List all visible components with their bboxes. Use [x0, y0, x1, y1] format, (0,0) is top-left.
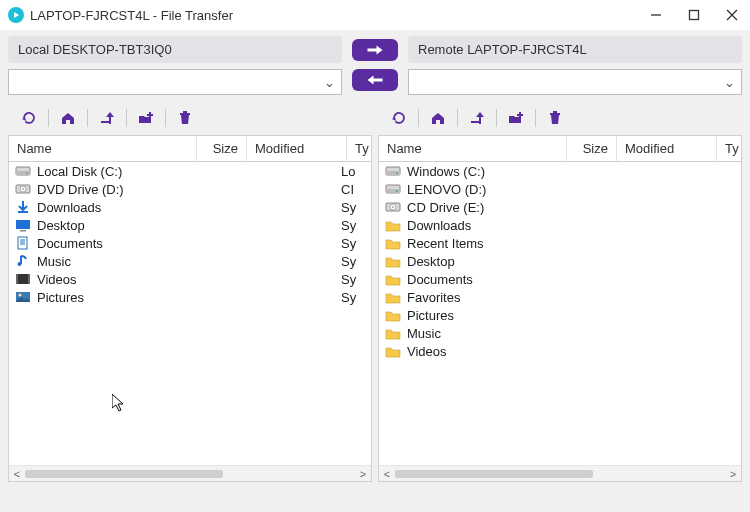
list-item[interactable]: MusicSy: [9, 252, 371, 270]
list-item[interactable]: Recent Items: [379, 234, 741, 252]
maximize-button[interactable]: [684, 5, 704, 25]
col-type[interactable]: Ty: [347, 136, 371, 161]
transfer-buttons: [348, 39, 402, 61]
chevron-down-icon: ⌄: [324, 75, 335, 90]
home-button[interactable]: [55, 105, 81, 131]
svg-rect-10: [183, 111, 187, 113]
dvd-icon: [385, 199, 401, 215]
col-size[interactable]: Size: [567, 136, 617, 161]
path-row: ⌄ ⌄: [0, 69, 750, 101]
list-item[interactable]: DVD Drive (D:)CI: [9, 180, 371, 198]
home-icon: [430, 110, 446, 126]
folder-docs-icon: [15, 235, 31, 251]
list-item[interactable]: Local Disk (C:)Lo: [9, 162, 371, 180]
list-item[interactable]: Windows (C:): [379, 162, 741, 180]
list-item[interactable]: CD Drive (E:): [379, 198, 741, 216]
item-label: Pictures: [407, 308, 705, 323]
separator: [457, 109, 458, 127]
list-item[interactable]: DownloadsSy: [9, 198, 371, 216]
app-icon: [8, 7, 24, 23]
list-item[interactable]: Documents: [379, 270, 741, 288]
list-item[interactable]: Downloads: [379, 216, 741, 234]
refresh-button[interactable]: [386, 105, 412, 131]
svg-rect-20: [18, 237, 27, 249]
scroll-right-icon[interactable]: >: [725, 468, 741, 480]
col-size[interactable]: Size: [197, 136, 247, 161]
item-label: Music: [407, 326, 705, 341]
col-modified[interactable]: Modified: [617, 136, 717, 161]
svg-rect-9: [180, 113, 190, 115]
refresh-button[interactable]: [16, 105, 42, 131]
scroll-left-icon[interactable]: <: [379, 468, 395, 480]
list-item[interactable]: VideosSy: [9, 270, 371, 288]
delete-button[interactable]: [172, 105, 198, 131]
col-type[interactable]: Ty: [717, 136, 741, 161]
disk-icon: [385, 163, 401, 179]
picture-icon: [15, 289, 31, 305]
home-icon: [60, 110, 76, 126]
up-button[interactable]: [94, 105, 120, 131]
delete-icon: [177, 110, 193, 126]
location-row: Local DESKTOP-TBT3IQ0 Remote LAPTOP-FJRC…: [0, 30, 750, 69]
newfolder-icon: [138, 110, 154, 126]
svg-rect-26: [16, 274, 18, 284]
svg-point-29: [19, 294, 22, 297]
svg-point-24: [18, 262, 22, 266]
horizontal-scrollbar[interactable]: < >: [9, 465, 371, 481]
folder-icon: [385, 325, 401, 341]
chevron-down-icon: ⌄: [724, 75, 735, 90]
folder-icon: [385, 217, 401, 233]
newfolder-button[interactable]: [133, 105, 159, 131]
home-button[interactable]: [425, 105, 451, 131]
scroll-left-icon[interactable]: <: [9, 468, 25, 480]
music-icon: [15, 253, 31, 269]
transfer-right-button[interactable]: [352, 39, 398, 61]
svg-point-41: [396, 190, 398, 192]
list-item[interactable]: PicturesSy: [9, 288, 371, 306]
col-name[interactable]: Name: [9, 136, 197, 161]
horizontal-scrollbar[interactable]: < >: [379, 465, 741, 481]
list-item[interactable]: DocumentsSy: [9, 234, 371, 252]
item-type: Sy: [341, 290, 365, 305]
up-icon: [469, 110, 485, 126]
window-title: LAPTOP-FJRCST4L - File Transfer: [30, 8, 646, 23]
list-item[interactable]: Favorites: [379, 288, 741, 306]
disk-icon: [385, 181, 401, 197]
desktop-icon: [15, 217, 31, 233]
newfolder-button[interactable]: [503, 105, 529, 131]
local-toolbar: [8, 101, 372, 135]
item-label: LENOVO (D:): [407, 182, 705, 197]
item-type: Sy: [341, 272, 365, 287]
local-pane: Name Size Modified Ty Local Disk (C:)LoD…: [8, 101, 372, 482]
list-item[interactable]: Music: [379, 324, 741, 342]
close-button[interactable]: [722, 5, 742, 25]
svg-marker-6: [106, 112, 114, 117]
item-label: Downloads: [407, 218, 705, 233]
svg-rect-34: [550, 113, 560, 115]
local-location-bar: Local DESKTOP-TBT3IQ0: [8, 36, 342, 63]
list-item[interactable]: Pictures: [379, 306, 741, 324]
local-list: Local Disk (C:)LoDVD Drive (D:)CIDownloa…: [8, 162, 372, 482]
local-path-select[interactable]: ⌄: [8, 69, 342, 95]
up-button[interactable]: [464, 105, 490, 131]
item-label: Documents: [37, 236, 335, 251]
list-item[interactable]: LENOVO (D:): [379, 180, 741, 198]
separator: [48, 109, 49, 127]
scroll-right-icon[interactable]: >: [355, 468, 371, 480]
svg-rect-18: [16, 220, 30, 229]
folder-icon: [385, 253, 401, 269]
transfer-left-button[interactable]: [352, 69, 398, 91]
col-modified[interactable]: Modified: [247, 136, 347, 161]
list-item[interactable]: Desktop: [379, 252, 741, 270]
list-item[interactable]: DesktopSy: [9, 216, 371, 234]
remote-path-select[interactable]: ⌄: [408, 69, 742, 95]
refresh-icon: [21, 110, 37, 126]
video-icon: [15, 271, 31, 287]
minimize-button[interactable]: [646, 5, 666, 25]
item-label: Desktop: [37, 218, 335, 233]
separator: [418, 109, 419, 127]
col-name[interactable]: Name: [379, 136, 567, 161]
newfolder-icon: [508, 110, 524, 126]
delete-button[interactable]: [542, 105, 568, 131]
list-item[interactable]: Videos: [379, 342, 741, 360]
